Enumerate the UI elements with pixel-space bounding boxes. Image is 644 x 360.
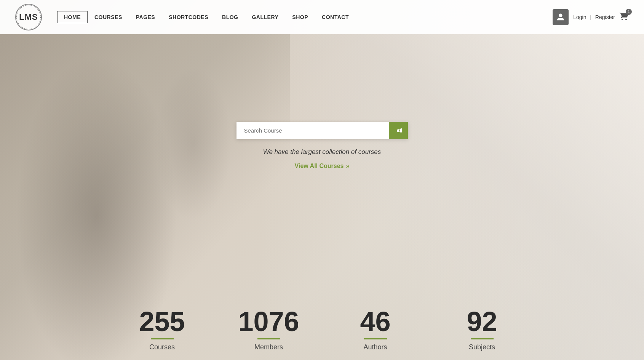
stat-subjects: 92 Subjects [429, 300, 535, 359]
nav-blog[interactable]: BLOG [215, 11, 245, 23]
stat-authors-number: 46 [360, 308, 390, 335]
user-icon [556, 13, 565, 21]
hero-subtitle: We have the largest collection of course… [263, 148, 381, 156]
stats-bar: 255 Courses 1076 Members 46 Authors 92 S… [0, 299, 644, 360]
cart-button[interactable]: 1 [620, 12, 629, 23]
stat-subjects-number: 92 [467, 308, 497, 335]
nav-pages[interactable]: PAGES [129, 11, 162, 23]
stat-members: 1076 Members [216, 300, 322, 359]
nav-courses[interactable]: COURSES [88, 11, 129, 23]
stat-authors-underline [364, 338, 387, 339]
login-link[interactable]: Login [573, 14, 586, 20]
nav-shortcodes[interactable]: SHORTCODES [162, 11, 215, 23]
nav-gallery[interactable]: GALLERY [245, 11, 285, 23]
view-all-arrow: » [346, 163, 350, 170]
pipe-divider: | [590, 14, 591, 20]
search-button[interactable] [389, 122, 408, 139]
stat-authors-label: Authors [363, 343, 387, 351]
register-link[interactable]: Register [595, 14, 615, 20]
view-all-label: View All Courses [295, 163, 344, 170]
stat-members-underline [257, 338, 280, 339]
logo-text: LMS [19, 12, 38, 22]
nav-menu: HOME COURSES PAGES SHORTCODES BLOG GALLE… [57, 11, 553, 23]
nav-contact[interactable]: CONTACT [315, 11, 356, 23]
nav-shop[interactable]: SHOP [285, 11, 315, 23]
stat-members-label: Members [254, 343, 283, 351]
search-bar [237, 122, 408, 139]
logo-circle: LMS [15, 4, 42, 30]
stat-authors: 46 Authors [322, 300, 429, 359]
view-all-courses-link[interactable]: View All Courses » [295, 163, 350, 170]
auth-section: Login | Register [573, 14, 615, 20]
nav-home[interactable]: HOME [57, 11, 88, 23]
stat-members-number: 1076 [238, 308, 299, 335]
cart-badge: 1 [626, 9, 632, 15]
stat-courses-number: 255 [139, 308, 185, 335]
stat-subjects-underline [471, 338, 494, 339]
stat-courses: 255 Courses [109, 300, 216, 359]
user-icon-button[interactable] [553, 9, 569, 25]
stat-courses-label: Courses [149, 343, 175, 351]
search-input[interactable] [237, 122, 389, 139]
stat-subjects-label: Subjects [469, 343, 495, 351]
navbar: LMS HOME COURSES PAGES SHORTCODES BLOG G… [0, 0, 644, 34]
stat-courses-underline [151, 338, 174, 339]
logo[interactable]: LMS [15, 4, 42, 30]
search-icon [395, 127, 402, 134]
nav-right: Login | Register 1 [553, 9, 629, 25]
